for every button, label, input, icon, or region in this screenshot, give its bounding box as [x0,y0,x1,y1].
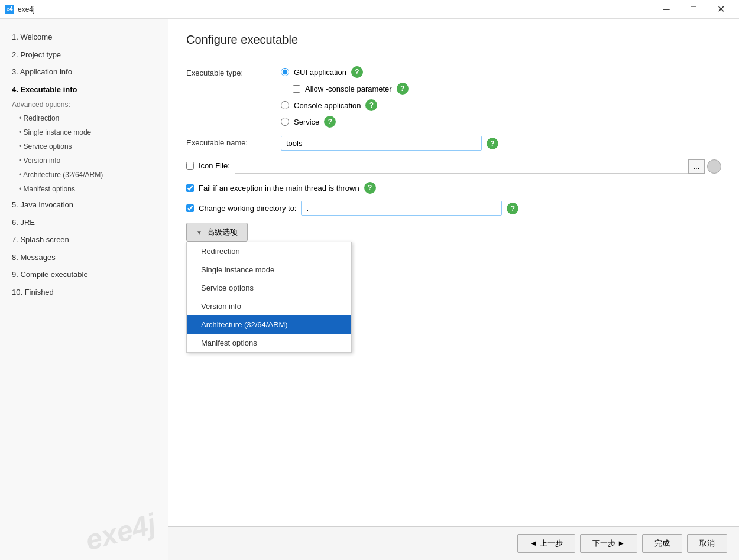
service-radio[interactable] [281,118,289,126]
sidebar-item-welcome[interactable]: 1. Welcome [0,28,168,46]
fail-exception-row: Fail if an exception in the main thread … [186,182,721,194]
executable-name-controls: ? [281,136,498,151]
sidebar-item-application-info[interactable]: 3. Application info [0,63,168,81]
service-row: Service ? [281,116,721,128]
advanced-section: ▼ 高级选项 Redirection Single instance mode … [186,223,721,353]
sidebar-item-single-instance[interactable]: Single instance mode [0,125,168,139]
icon-clear-button[interactable] [707,159,721,174]
working-dir-label: Change working directory to: [199,204,296,213]
fail-exception-help-icon[interactable]: ? [364,182,376,194]
sidebar-item-manifest-options[interactable]: Manifest options [0,182,168,196]
sidebar-item-compile-executable[interactable]: 9. Compile executable [0,266,168,284]
console-label: Console application [294,101,361,110]
dropdown-item-single-instance[interactable]: Single instance mode [187,261,351,279]
prev-button[interactable]: ◄ 上一步 [517,534,575,553]
allow-console-checkbox[interactable] [293,85,300,93]
gui-application-row: GUI application ? [281,66,721,78]
icon-file-input[interactable] [235,159,688,174]
advanced-options-button[interactable]: ▼ 高级选项 [186,223,248,242]
icon-file-label-container: Icon File: [186,159,230,170]
gui-radio[interactable] [281,68,289,76]
content-area: Configure executable Executable type: GU… [168,19,739,526]
dropdown-item-manifest-options[interactable]: Manifest options [187,334,351,352]
sidebar-item-finished[interactable]: 10. Finished [0,284,168,301]
bottom-bar: ◄ 上一步 下一步 ► 完成 取消 [168,526,739,560]
service-label: Service [294,118,319,126]
title-bar-text: exe4j [18,5,653,14]
sidebar-item-project-type[interactable]: 2. Project type [0,46,168,64]
dropdown-item-service-options[interactable]: Service options [187,279,351,297]
gui-help-icon[interactable]: ? [351,66,363,78]
sidebar-item-messages[interactable]: 8. Messages [0,249,168,266]
sidebar-advanced-label: Advanced options: [0,98,168,111]
sidebar-item-redirection[interactable]: Redirection [0,111,168,125]
dropdown-item-architecture[interactable]: Architecture (32/64/ARM) [187,315,351,334]
console-radio[interactable] [281,101,289,109]
working-dir-input[interactable] [301,201,502,216]
watermark: exe4j [82,507,159,556]
title-bar-controls: ─ □ ✕ [653,0,734,19]
close-button[interactable]: ✕ [707,0,734,19]
working-dir-help-icon[interactable]: ? [507,203,518,214]
sidebar-item-architecture[interactable]: Architecture (32/64/ARM) [0,168,168,182]
allow-console-help-icon[interactable]: ? [397,83,409,95]
working-dir-row: Change working directory to: ? [186,201,721,216]
next-button[interactable]: 下一步 ► [580,534,637,553]
icon-file-controls: ... [235,159,721,174]
sidebar: 1. Welcome 2. Project type 3. Applicatio… [0,19,168,560]
sidebar-item-jre[interactable]: 6. JRE [0,214,168,232]
fail-exception-label: Fail if an exception in the main thread … [199,184,359,193]
right-panel: Configure executable Executable type: GU… [168,19,739,560]
icon-file-row: Icon File: ... [186,159,721,174]
allow-console-row: Allow -console parameter ? [281,83,721,95]
cancel-button[interactable]: 取消 [687,534,727,553]
maximize-button[interactable]: □ [680,0,707,19]
dropdown-item-redirection[interactable]: Redirection [187,242,351,261]
icon-browse-button[interactable]: ... [688,159,705,174]
dropdown-arrow-icon: ▼ [196,229,202,236]
minimize-button[interactable]: ─ [653,0,680,19]
exe-name-help-icon[interactable]: ? [487,138,498,149]
executable-type-label: Executable type: [186,66,281,77]
dropdown-item-version-info[interactable]: Version info [187,297,351,315]
fail-exception-checkbox[interactable] [186,184,194,192]
finish-button[interactable]: 完成 [642,534,682,553]
advanced-dropdown-menu: Redirection Single instance mode Service… [186,242,352,353]
working-dir-checkbox[interactable] [186,204,194,212]
gui-label: GUI application [294,68,346,77]
executable-name-row: Executable name: ? [186,136,721,151]
sidebar-item-java-invocation[interactable]: 5. Java invocation [0,196,168,214]
icon-file-checkbox[interactable] [186,162,194,170]
app-icon: e4 [5,5,14,14]
service-help-icon[interactable]: ? [324,116,336,128]
icon-file-label: Icon File: [199,161,230,170]
main-container: 1. Welcome 2. Project type 3. Applicatio… [0,19,739,560]
advanced-options-label: 高级选项 [207,227,238,237]
sidebar-item-splash-screen[interactable]: 7. Splash screen [0,231,168,249]
sidebar-item-service-options[interactable]: Service options [0,139,168,154]
executable-name-input[interactable] [281,136,482,151]
executable-name-label: Executable name: [186,136,281,147]
page-title: Configure executable [186,33,721,54]
executable-type-row: Executable type: GUI application ? Allow… [186,66,721,128]
console-help-icon[interactable]: ? [365,99,377,111]
console-application-row: Console application ? [281,99,721,111]
sidebar-item-version-info[interactable]: Version info [0,154,168,168]
executable-type-controls: GUI application ? Allow -console paramet… [281,66,721,128]
sidebar-item-executable-info[interactable]: 4. Executable info [0,81,168,99]
title-bar: e4 exe4j ─ □ ✕ [0,0,739,19]
allow-console-label: Allow -console parameter [305,84,392,93]
